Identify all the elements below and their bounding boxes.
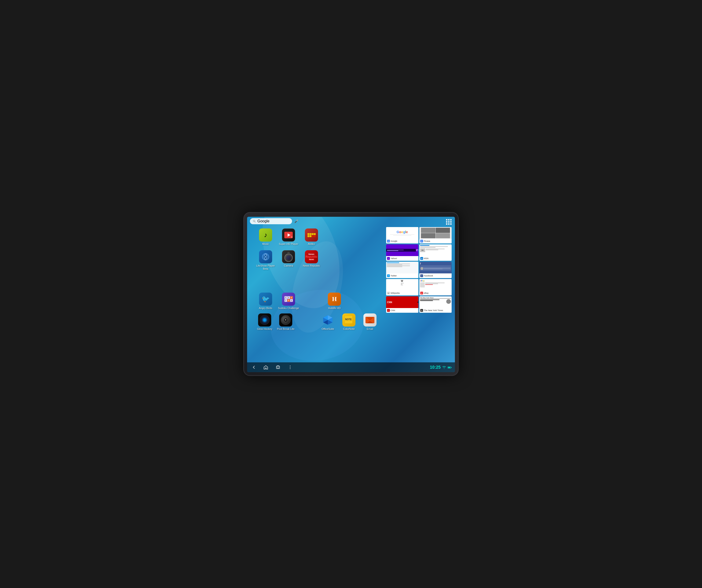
app-label-glowhockey: Glow Hockey bbox=[257, 327, 272, 330]
google-search-bar[interactable]: Google bbox=[250, 218, 292, 224]
svg-point-19 bbox=[290, 366, 290, 366]
app-label-colornote: ColorNote bbox=[343, 327, 355, 330]
app-angrybirds[interactable]: 🐦 Angry Birds bbox=[255, 293, 276, 310]
svg-point-20 bbox=[290, 367, 290, 368]
bookmark-label-picasa: P Picasa bbox=[419, 239, 452, 243]
bookmark-msn[interactable]: BIG M MSN bbox=[419, 244, 452, 261]
app-label-camera: Camera bbox=[284, 264, 293, 267]
app-camera[interactable]: Camera bbox=[278, 250, 299, 270]
lifeshow-svg bbox=[261, 252, 270, 262]
app-glowhockey[interactable]: Glow Hockey bbox=[255, 313, 274, 330]
bookmark-name-wikipedia: Wikipedia bbox=[390, 292, 400, 294]
app-music[interactable]: ♪ Music bbox=[255, 228, 276, 246]
app-label-poolbreak: Pool Break Lite bbox=[277, 327, 295, 330]
app-label-sudoku: Sudoku Challenge bbox=[278, 307, 299, 310]
app-lifeshow[interactable]: LifeShow Player Beta bbox=[255, 250, 276, 270]
bookmark-name-facebook: Facebook bbox=[424, 275, 433, 277]
home-icon bbox=[263, 365, 268, 370]
app-icon-angrybirds: 🐦 bbox=[259, 293, 272, 306]
bookmark-name-cnn: CNN bbox=[390, 309, 395, 311]
favicon-cnn: C bbox=[387, 309, 390, 312]
recents-button[interactable] bbox=[275, 365, 281, 370]
bookmark-preview-wikipedia: W bbox=[386, 279, 419, 291]
favicon-nytimes: N bbox=[420, 309, 423, 312]
bookmark-facebook[interactable]: f f Facebook bbox=[419, 262, 452, 278]
email-svg bbox=[365, 317, 374, 323]
apps-row-4: Glow Hockey 8 Pool Break Lite bbox=[254, 312, 380, 332]
home-button[interactable] bbox=[263, 365, 269, 370]
all-apps-button[interactable] bbox=[446, 219, 452, 225]
bookmark-name-picasa: Picasa bbox=[424, 240, 430, 242]
app-icon-sudoku: 3 2 8 7 5 1 bbox=[282, 293, 295, 306]
bookmark-name-msn: MSN bbox=[424, 257, 429, 260]
bookmark-cnn[interactable]: CNN C CNN bbox=[386, 296, 419, 313]
favicon-ebay: e bbox=[420, 292, 423, 294]
back-icon bbox=[251, 365, 256, 370]
bookmark-preview-nyt: The New York Times bbox=[419, 296, 452, 308]
app-officesuite[interactable]: OfficeSuite bbox=[318, 313, 337, 330]
app-icon-aldiko bbox=[305, 228, 318, 241]
bookmark-preview-msn: BIG bbox=[419, 244, 452, 256]
bookmark-label-twitter: T Twitter bbox=[386, 273, 419, 278]
app-label-officesuite: OfficeSuite bbox=[322, 327, 334, 330]
status-bar: 10:25 bbox=[430, 365, 452, 370]
favicon-wikipedia: W bbox=[387, 292, 390, 294]
app-icon-officesuite bbox=[321, 313, 334, 326]
app-aldiko[interactable]: Aldiko bbox=[301, 228, 322, 246]
bookmark-label-google: G Google bbox=[386, 239, 419, 243]
app-icon-music: ♪ bbox=[259, 228, 272, 241]
time-display: 10:25 bbox=[430, 365, 441, 370]
bookmark-preview-cnn: CNN bbox=[386, 296, 419, 308]
svg-marker-16 bbox=[264, 366, 268, 369]
bookmark-label-msn: M MSN bbox=[419, 256, 452, 261]
bookmark-yahoo[interactable]: Y! Y Yahoo! bbox=[386, 244, 419, 261]
app-newsrepublic[interactable]: News Republic NEWS News Republic bbox=[301, 250, 322, 270]
favicon-yahoo: Y bbox=[387, 257, 390, 260]
favicon-msn: M bbox=[420, 257, 423, 260]
bookmark-preview-facebook: f bbox=[419, 262, 452, 273]
app-icon-news: News Republic NEWS bbox=[305, 250, 318, 263]
app-colornote[interactable]: NOTE ColorNote bbox=[339, 313, 358, 330]
bookmark-preview-twitter bbox=[386, 262, 419, 273]
back-button[interactable] bbox=[251, 365, 256, 370]
app-superhd[interactable]: 3 Super-HD Player bbox=[278, 228, 299, 246]
officesuite-svg bbox=[323, 315, 333, 325]
svg-point-21 bbox=[290, 369, 290, 369]
favicon-twitter: T bbox=[387, 274, 390, 277]
bookmark-preview-ebay: eBay bbox=[419, 279, 452, 291]
search-icon bbox=[253, 219, 256, 223]
battery-icon bbox=[448, 367, 452, 369]
tablet-screen: Google 🎤 ♪ Music bbox=[247, 217, 455, 372]
app-email[interactable]: Email bbox=[360, 313, 379, 330]
nav-bar: 10:25 bbox=[247, 362, 455, 372]
apps-row-3: 🐦 Angry Birds 3 2 8 7 5 1 bbox=[254, 291, 380, 311]
wifi-icon bbox=[442, 366, 446, 369]
app-label-email: Email bbox=[367, 327, 373, 330]
bookmark-twitter[interactable]: T Twitter bbox=[386, 262, 419, 278]
app-sudoku[interactable]: 3 2 8 7 5 1 Sudoku Challenge bbox=[278, 293, 299, 310]
bookmark-name-yahoo: Yahoo! bbox=[390, 257, 397, 260]
bookmark-label-wikipedia: W Wikipedia bbox=[386, 291, 419, 295]
bookmark-nytimes[interactable]: The New York Times N The New York Times bbox=[419, 296, 452, 313]
apps-area: ♪ Music 3 Super-HD Player bbox=[254, 227, 380, 332]
apps-row-1: ♪ Music 3 Super-HD Player bbox=[254, 227, 380, 247]
app-hublife[interactable]: H Hublife HD bbox=[324, 293, 345, 310]
bookmark-label-facebook: f Facebook bbox=[419, 273, 452, 278]
bookmark-ebay[interactable]: eBay e eBay bbox=[419, 279, 452, 295]
app-icon-colornote: NOTE bbox=[342, 313, 355, 326]
menu-icon bbox=[288, 365, 292, 370]
bookmarks-panel: Google G Google bbox=[386, 227, 452, 313]
bookmark-picasa[interactable]: P Picasa bbox=[419, 227, 452, 243]
app-icon-hublife: H bbox=[328, 293, 341, 306]
favicon-google: G bbox=[387, 240, 390, 242]
bookmark-google[interactable]: Google G Google bbox=[386, 227, 419, 243]
favicon-picasa: P bbox=[420, 240, 423, 242]
menu-button[interactable] bbox=[287, 365, 293, 370]
app-poolbreak[interactable]: 8 Pool Break Lite bbox=[276, 313, 295, 330]
bookmark-wikipedia[interactable]: W W Wikipedia bbox=[386, 279, 419, 295]
app-icon-email bbox=[363, 313, 376, 326]
mic-icon[interactable]: 🎤 bbox=[295, 219, 298, 223]
app-label-hublife: Hublife HD bbox=[328, 307, 340, 310]
app-label-aldiko: Aldiko bbox=[308, 242, 315, 246]
favicon-facebook: f bbox=[420, 274, 423, 277]
